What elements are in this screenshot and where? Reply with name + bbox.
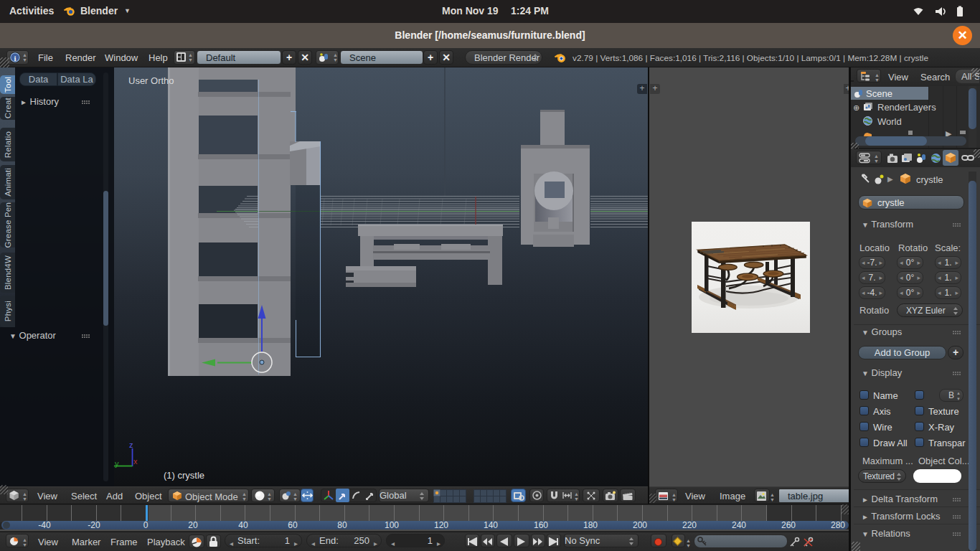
svg-text:x: x	[133, 457, 138, 466]
svg-text:z: z	[129, 441, 133, 449]
svg-text:i: i	[14, 54, 16, 62]
svg-text:y: y	[115, 459, 119, 468]
